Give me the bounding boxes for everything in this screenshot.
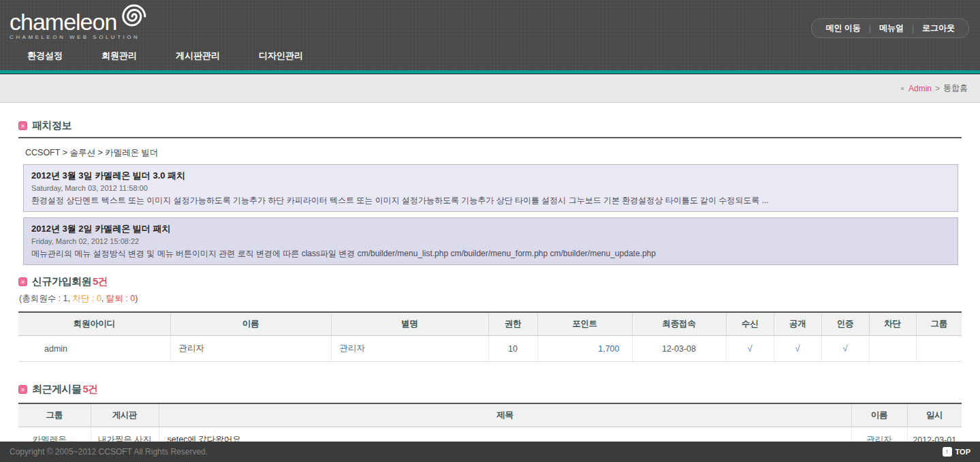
- section-arrow-icon: »: [18, 385, 27, 394]
- column-header-group: 그룹: [18, 403, 91, 427]
- member-group-cell: [916, 336, 962, 362]
- member-id-cell[interactable]: admin: [18, 336, 170, 362]
- member-row: admin 관리자 관리자 10 1,700 12-03-08 √ √ √: [18, 336, 962, 362]
- column-header-date: 일시: [907, 403, 962, 427]
- member-nickname-cell[interactable]: 관리자: [331, 336, 488, 362]
- members-section-title: 신규가입회원5건: [32, 275, 108, 288]
- quick-links-pill: 메인 이동 | 메뉴얼 | 로그아웃: [811, 18, 969, 38]
- quick-link-separator: |: [869, 24, 871, 33]
- nav-item-boards[interactable]: 게시판관리: [176, 46, 220, 66]
- breadcrumb-current: 통합홈: [943, 82, 968, 94]
- summary-quit: 탈퇴 : 0: [106, 294, 135, 303]
- chameleon-logo[interactable]: chameleon CHAMELEON WEB SOLUTION: [10, 8, 149, 40]
- column-header-board: 게시판: [91, 403, 159, 427]
- quick-link-logout[interactable]: 로그아웃: [922, 22, 955, 34]
- column-header-group: 그룹: [916, 312, 962, 336]
- section-rule: [18, 137, 962, 138]
- header: chameleon CHAMELEON WEB SOLUTION 메인 이동 |…: [0, 0, 980, 70]
- breadcrumb-bullet-icon: [901, 87, 904, 90]
- member-name-cell: 관리자: [170, 336, 331, 362]
- member-receive-check: √: [726, 336, 774, 362]
- members-header-row: 회원아이디 이름 별명 권한 포인트 최종접속 수신 공개 인증 차단 그룹: [18, 312, 962, 336]
- column-header-nickname: 별명: [331, 312, 488, 336]
- posts-section-title: 최근게시물5건: [32, 383, 98, 396]
- column-header-id: 회원아이디: [18, 312, 170, 336]
- posts-count: 5건: [83, 383, 98, 395]
- posts-section-header: » 최근게시물5건: [18, 383, 962, 396]
- patch-date: Friday, March 02, 2012 15:08:22: [31, 237, 950, 245]
- patch-entry: 2012년 3월 3일 카멜레온 빌더 3.0 패치 Saturday, Mar…: [23, 164, 958, 212]
- copyright-text: Copyright © 2005~2012 CCSOFT All Rights …: [10, 447, 208, 457]
- summary-blocked: 차단 : 0: [72, 294, 101, 303]
- breadcrumb-bar: Admin > 통합홈: [0, 74, 980, 103]
- members-section-header: » 신규가입회원5건: [18, 275, 962, 288]
- logo-spiral-icon: [115, 0, 149, 35]
- breadcrumb-separator: >: [935, 84, 940, 93]
- patch-date: Saturday, March 03, 2012 11:58:00: [31, 184, 950, 192]
- member-blocked-cell: [869, 336, 916, 362]
- logo-subtext: CHAMELEON WEB SOLUTION: [10, 34, 149, 40]
- nav-item-design[interactable]: 디자인관리: [259, 46, 303, 66]
- patch-entry: 2012년 3월 2일 카멜레온 빌더 패치 Friday, March 02,…: [23, 217, 958, 265]
- members-table: 회원아이디 이름 별명 권한 포인트 최종접속 수신 공개 인증 차단 그룹 a…: [18, 311, 962, 362]
- member-level-cell: 10: [488, 336, 537, 362]
- nav-item-settings[interactable]: 환경설정: [27, 46, 63, 66]
- nav-item-members[interactable]: 회원관리: [101, 46, 137, 66]
- column-header-blocked: 차단: [869, 312, 916, 336]
- main-content: » 패치정보 CCSOFT > 솔루션 > 카멜레온 빌더 2012년 3월 3…: [0, 119, 980, 462]
- patch-title[interactable]: 2012년 3월 3일 카멜레온 빌더 3.0 패치: [31, 170, 950, 182]
- column-header-name: 이름: [851, 403, 907, 427]
- column-header-receive: 수신: [726, 312, 774, 336]
- top-label: TOP: [955, 448, 970, 456]
- patch-description: 메뉴관리의 메뉴 설정방식 변경 및 메뉴 버튼이미지 관련 로직 변경에 따른…: [31, 248, 950, 260]
- main-nav: 환경설정 회원관리 게시판관리 디자인관리: [0, 46, 303, 66]
- column-header-name: 이름: [170, 312, 331, 336]
- member-certified-check: √: [821, 336, 869, 362]
- member-last-login-cell: 12-03-08: [632, 336, 726, 362]
- posts-header-row: 그룹 게시판 제목 이름 일시: [18, 403, 962, 427]
- footer: Copyright © 2005~2012 CCSOFT All Rights …: [0, 442, 980, 462]
- column-header-public: 공개: [774, 312, 821, 336]
- member-points-cell[interactable]: 1,700: [537, 336, 632, 362]
- top-arrow-icon: ↑: [943, 447, 952, 457]
- summary-total: (총회원수 : 1,: [19, 294, 72, 303]
- breadcrumb-admin-link[interactable]: Admin: [908, 84, 932, 93]
- members-count: 5건: [93, 275, 108, 287]
- member-public-check: √: [774, 336, 821, 362]
- column-header-last-login: 최종접속: [632, 312, 726, 336]
- quick-link-separator: |: [912, 24, 914, 33]
- logo-text: chameleon: [10, 9, 116, 35]
- patch-description: 환경설정 상단멘트 텍스트 또는 이미지 설정가능하도록 기능추가 하단 카피라…: [31, 195, 950, 206]
- quick-link-main[interactable]: 메인 이동: [825, 22, 860, 34]
- section-arrow-icon: »: [18, 277, 27, 286]
- patch-section-header: » 패치정보: [18, 119, 962, 132]
- column-header-certified: 인증: [821, 312, 869, 336]
- column-header-level: 권한: [488, 312, 537, 336]
- section-arrow-icon: »: [18, 121, 27, 130]
- top-button[interactable]: ↑ TOP: [943, 447, 970, 457]
- patch-section-title: 패치정보: [32, 119, 72, 132]
- quick-link-manual[interactable]: 메뉴얼: [879, 22, 904, 34]
- members-summary: (총회원수 : 1, 차단 : 0, 탈퇴 : 0): [19, 293, 962, 305]
- column-header-points: 포인트: [537, 312, 632, 336]
- patch-path: CCSOFT > 솔루션 > 카멜레온 빌더: [25, 147, 962, 159]
- patch-title[interactable]: 2012년 3월 2일 카멜레온 빌더 패치: [31, 223, 950, 235]
- column-header-title: 제목: [159, 403, 851, 427]
